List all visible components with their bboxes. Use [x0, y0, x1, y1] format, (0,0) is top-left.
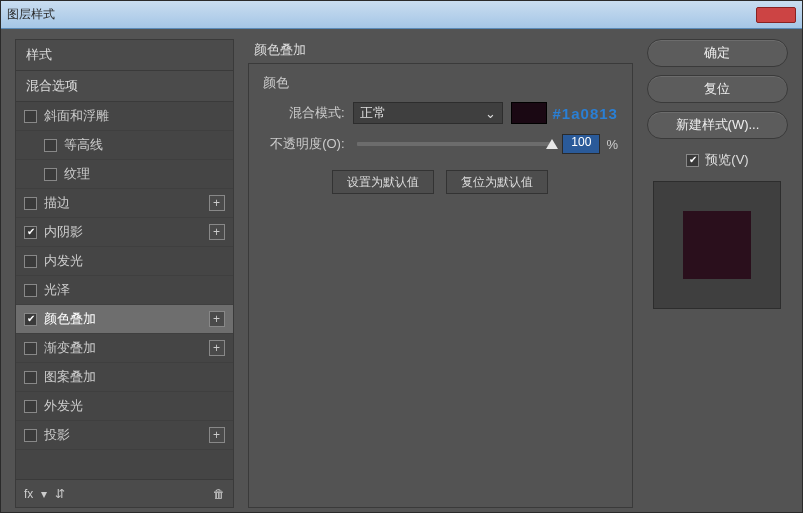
effect-checkbox[interactable]	[24, 255, 37, 268]
opacity-slider[interactable]	[357, 142, 553, 146]
effects-list-panel: 样式 混合选项 斜面和浮雕等高线纹理描边+内阴影+内发光光泽颜色叠加+渐变叠加+…	[15, 39, 234, 508]
blend-mode-label: 混合模式:	[263, 104, 353, 122]
style-item[interactable]: 等高线	[16, 131, 233, 160]
style-item-label: 内阴影	[44, 223, 83, 241]
chevron-down-icon: ⌄	[485, 106, 496, 121]
style-item-label: 投影	[44, 426, 70, 444]
effect-checkbox[interactable]	[44, 168, 57, 181]
section-title: 颜色叠加	[248, 39, 633, 63]
blending-options-header[interactable]: 混合选项	[16, 71, 233, 102]
window-title: 图层样式	[7, 6, 55, 23]
style-item[interactable]: 图案叠加	[16, 363, 233, 392]
preview-label: 预览(V)	[705, 151, 748, 169]
blend-mode-value: 正常	[360, 104, 386, 122]
style-item-label: 纹理	[64, 165, 90, 183]
effect-checkbox[interactable]	[24, 342, 37, 355]
style-item[interactable]: 纹理	[16, 160, 233, 189]
blend-mode-dropdown[interactable]: 正常 ⌄	[353, 102, 503, 124]
set-default-button[interactable]: 设置为默认值	[332, 170, 434, 194]
effects-list-footer: fx ▾ ⇵ 🗑	[16, 479, 233, 507]
effect-checkbox[interactable]	[24, 110, 37, 123]
close-icon[interactable]	[756, 7, 796, 23]
reset-button[interactable]: 复位	[647, 75, 788, 103]
settings-column: 颜色叠加 颜色 混合模式: 正常 ⌄ #1a0813 不透明度(O):	[248, 39, 633, 508]
style-item-label: 斜面和浮雕	[44, 107, 109, 125]
slider-thumb-icon[interactable]	[546, 139, 558, 149]
preview-swatch	[683, 211, 751, 279]
effect-checkbox[interactable]	[44, 139, 57, 152]
preview-box	[653, 181, 781, 309]
settings-panel: 颜色 混合模式: 正常 ⌄ #1a0813 不透明度(O): 100	[248, 63, 633, 508]
fx-icon[interactable]: fx	[24, 487, 33, 501]
color-swatch[interactable]	[511, 102, 547, 124]
add-instance-icon[interactable]: +	[209, 311, 225, 327]
default-buttons-row: 设置为默认值 复位为默认值	[263, 170, 618, 194]
group-title: 颜色	[263, 74, 618, 92]
titlebar[interactable]: 图层样式	[1, 1, 802, 29]
opacity-label: 不透明度(O):	[263, 135, 353, 153]
style-item[interactable]: 投影+	[16, 421, 233, 450]
style-item[interactable]: 斜面和浮雕	[16, 102, 233, 131]
up-down-icon[interactable]: ⇵	[55, 487, 65, 501]
preview-checkbox[interactable]	[686, 154, 699, 167]
effect-checkbox[interactable]	[24, 429, 37, 442]
style-item[interactable]: 外发光	[16, 392, 233, 421]
style-item-label: 光泽	[44, 281, 70, 299]
effect-checkbox[interactable]	[24, 313, 37, 326]
dialog-body: 样式 混合选项 斜面和浮雕等高线纹理描边+内阴影+内发光光泽颜色叠加+渐变叠加+…	[1, 29, 802, 512]
style-item[interactable]: 描边+	[16, 189, 233, 218]
style-item-label: 渐变叠加	[44, 339, 96, 357]
style-item[interactable]: 渐变叠加+	[16, 334, 233, 363]
ok-button[interactable]: 确定	[647, 39, 788, 67]
new-style-button[interactable]: 新建样式(W)...	[647, 111, 788, 139]
style-item[interactable]: 颜色叠加+	[16, 305, 233, 334]
preview-toggle-row[interactable]: 预览(V)	[647, 151, 788, 169]
style-item-label: 颜色叠加	[44, 310, 96, 328]
opacity-input[interactable]: 100	[562, 134, 600, 154]
style-item[interactable]: 内发光	[16, 247, 233, 276]
blend-mode-row: 混合模式: 正常 ⌄ #1a0813	[263, 102, 618, 124]
add-instance-icon[interactable]: +	[209, 340, 225, 356]
opacity-row: 不透明度(O): 100 %	[263, 134, 618, 154]
style-item[interactable]: 光泽	[16, 276, 233, 305]
style-item-label: 内发光	[44, 252, 83, 270]
effect-checkbox[interactable]	[24, 400, 37, 413]
styles-header[interactable]: 样式	[16, 40, 233, 71]
add-instance-icon[interactable]: +	[209, 224, 225, 240]
effects-list-column: 样式 混合选项 斜面和浮雕等高线纹理描边+内阴影+内发光光泽颜色叠加+渐变叠加+…	[15, 39, 234, 508]
effect-checkbox[interactable]	[24, 284, 37, 297]
opacity-unit: %	[606, 137, 618, 152]
reset-default-button[interactable]: 复位为默认值	[446, 170, 548, 194]
style-item-label: 外发光	[44, 397, 83, 415]
action-column: 确定 复位 新建样式(W)... 预览(V)	[647, 39, 788, 508]
layer-style-dialog: 图层样式 样式 混合选项 斜面和浮雕等高线纹理描边+内阴影+内发光光泽颜色叠加+…	[0, 0, 803, 513]
add-instance-icon[interactable]: +	[209, 195, 225, 211]
style-item[interactable]: 内阴影+	[16, 218, 233, 247]
effect-checkbox[interactable]	[24, 371, 37, 384]
style-item-label: 等高线	[64, 136, 103, 154]
style-item-label: 描边	[44, 194, 70, 212]
add-instance-icon[interactable]: +	[209, 427, 225, 443]
trash-icon[interactable]: 🗑	[213, 487, 225, 501]
color-hex-label: #1a0813	[553, 105, 618, 122]
effect-checkbox[interactable]	[24, 197, 37, 210]
dropdown-arrow-icon[interactable]: ▾	[41, 487, 47, 501]
effect-checkbox[interactable]	[24, 226, 37, 239]
style-item-label: 图案叠加	[44, 368, 96, 386]
